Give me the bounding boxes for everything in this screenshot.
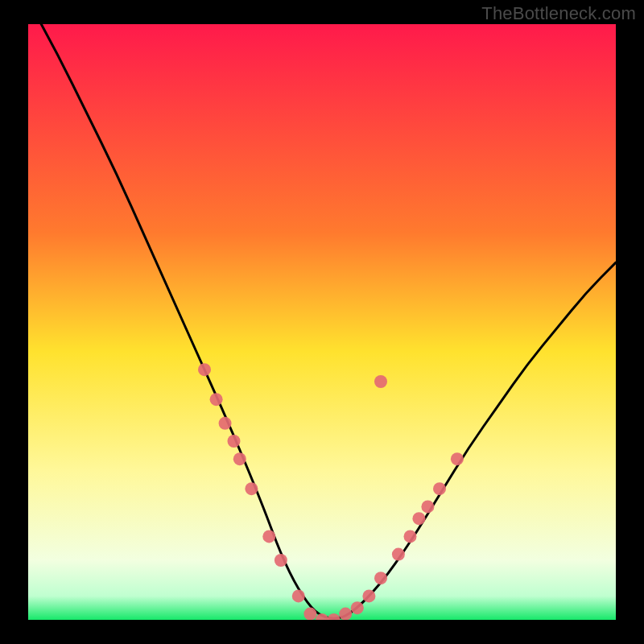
highlight-dot [233,452,246,465]
highlight-dot [412,512,425,525]
highlight-dot [362,589,375,602]
highlight-dot [404,530,417,543]
highlight-dot [292,589,305,602]
highlight-dot [374,375,387,388]
highlight-dot [392,548,405,561]
gradient-background [28,24,616,620]
highlight-dot [433,482,446,495]
highlight-dot [275,554,287,567]
highlight-dot [219,417,232,430]
highlight-dot [421,500,434,513]
highlight-dot [210,393,223,406]
highlight-dot [351,601,364,614]
highlight-dot [262,530,275,543]
highlight-dot [228,435,241,448]
chart-frame: TheBottleneck.com [0,0,644,644]
watermark-text: TheBottleneck.com [481,3,636,24]
highlight-dot [245,482,258,495]
highlight-dot [339,608,352,620]
chart-svg [28,24,616,620]
highlight-dot [451,452,464,465]
highlight-dot [303,608,316,620]
highlight-dot [198,363,211,376]
highlight-dot [374,572,387,584]
plot-area [28,24,616,620]
